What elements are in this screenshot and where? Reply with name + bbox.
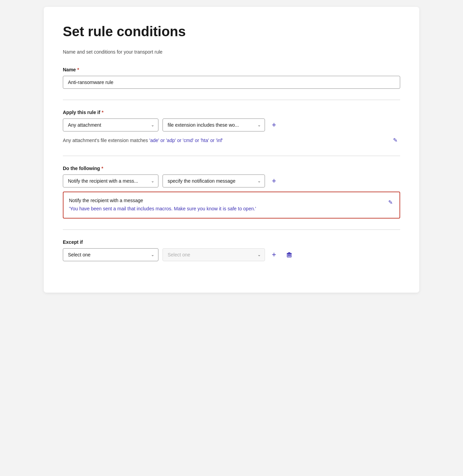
apply-rule-add-button[interactable]: + (269, 120, 279, 130)
except-if-delete-button[interactable] (283, 250, 295, 260)
rule-name-input[interactable] (63, 76, 400, 89)
apply-rule-required-star: * (102, 110, 103, 115)
name-required-star: * (77, 67, 79, 72)
do-following-label: Do the following * (63, 166, 400, 171)
do-following-secondary-select[interactable]: specify the notification message with au… (163, 174, 265, 187)
do-following-secondary-wrapper: specify the notification message with au… (163, 174, 265, 187)
except-if-label: Except if (63, 239, 400, 245)
divider-3 (63, 229, 400, 230)
main-card: Set rule conditions Name and set conditi… (44, 7, 419, 293)
divider-1 (63, 100, 400, 100)
apply-rule-secondary-wrapper: file extension includes these wo... size… (163, 118, 265, 131)
do-following-section: Do the following * Notify the recipient … (63, 166, 400, 219)
do-following-required-star: * (101, 166, 103, 171)
apply-rule-condition-row: Any attachment's file extension matches … (63, 136, 400, 145)
page-title: Set rule conditions (63, 23, 400, 40)
name-label: Name * (63, 67, 400, 72)
name-section: Name * (63, 67, 400, 89)
apply-rule-condition-text: Any attachment's file extension matches … (63, 138, 389, 143)
except-if-secondary-select: Select one (163, 248, 265, 261)
except-if-add-button[interactable]: + (269, 250, 279, 260)
do-following-primary-wrapper: Notify the recipient with a mess... Bloc… (63, 174, 158, 187)
except-if-controls: Select one ⌄ Select one ⌄ + (63, 248, 400, 261)
svg-rect-1 (289, 254, 290, 256)
do-following-add-button[interactable]: + (269, 176, 279, 186)
except-if-primary-wrapper: Select one ⌄ (63, 248, 158, 261)
except-if-primary-select[interactable]: Select one (63, 248, 158, 261)
apply-rule-label: Apply this rule if * (63, 110, 400, 115)
trash-icon (286, 251, 293, 258)
do-following-primary-select[interactable]: Notify the recipient with a mess... Bloc… (63, 174, 158, 187)
except-if-secondary-wrapper: Select one ⌄ (163, 248, 265, 261)
apply-rule-section: Apply this rule if * Any attachment The … (63, 110, 400, 145)
apply-rule-controls: Any attachment The subject or body The s… (63, 118, 400, 131)
do-following-controls: Notify the recipient with a mess... Bloc… (63, 174, 400, 187)
divider-2 (63, 156, 400, 156)
apply-rule-primary-wrapper: Any attachment The subject or body The s… (63, 118, 158, 131)
page-subtitle: Name and set conditions for your transpo… (63, 49, 400, 55)
apply-rule-edit-button[interactable]: ✎ (392, 136, 399, 145)
svg-rect-2 (290, 254, 291, 256)
apply-rule-primary-select[interactable]: Any attachment The subject or body The s… (63, 118, 158, 131)
notification-box-edit-button[interactable]: ✎ (387, 198, 394, 207)
notification-box: Notify the recipient with a message 'You… (63, 192, 400, 219)
apply-rule-condition-link[interactable]: 'ade' or 'adp' or 'cmd' or 'hta' or 'inf… (149, 138, 223, 143)
notification-box-content: Notify the recipient with a message 'You… (69, 198, 380, 212)
apply-rule-secondary-select[interactable]: file extension includes these wo... size… (163, 118, 265, 131)
svg-rect-4 (288, 252, 290, 253)
except-if-section: Except if Select one ⌄ Select one ⌄ + (63, 239, 400, 261)
notification-box-message: 'You have been sent a mail that includes… (69, 205, 380, 212)
svg-rect-0 (288, 254, 289, 256)
notification-box-title: Notify the recipient with a message (69, 198, 380, 203)
